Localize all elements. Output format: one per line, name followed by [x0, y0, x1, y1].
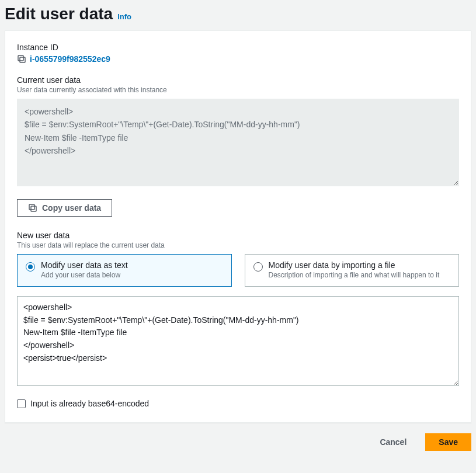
modify-by-file-option[interactable]: Modify user data by importing a file Des… — [245, 254, 460, 287]
instance-id-row: i-0655799f982552ec9 — [17, 54, 459, 64]
current-user-data-label: Current user data — [17, 75, 459, 85]
copy-icon[interactable] — [17, 54, 26, 64]
cancel-button[interactable]: Cancel — [369, 433, 417, 451]
svg-rect-1 — [20, 57, 25, 62]
new-user-data-label: New user data — [17, 231, 459, 240]
user-data-mode-group: Modify user data as text Add your user d… — [17, 254, 459, 287]
svg-rect-0 — [18, 55, 23, 61]
instance-id-label: Instance ID — [17, 43, 459, 52]
page-title: Edit user data — [5, 5, 113, 23]
info-link[interactable]: Info — [117, 12, 131, 21]
current-user-data-desc: User data currently associated with this… — [17, 86, 459, 94]
base64-row: Input is already base64-encoded — [17, 399, 459, 408]
edit-user-data-card: Instance ID i-0655799f982552ec9 Current … — [5, 30, 471, 423]
modify-by-file-title: Modify user data by importing a file — [269, 260, 451, 270]
modify-as-text-title: Modify user data as text — [41, 260, 223, 270]
modify-by-file-desc: Description of importing a file and what… — [269, 271, 451, 279]
svg-rect-3 — [31, 206, 36, 211]
modify-as-text-option[interactable]: Modify user data as text Add your user d… — [17, 254, 232, 287]
current-user-data-textarea[interactable] — [17, 99, 459, 186]
base64-label: Input is already base64-encoded — [30, 399, 149, 408]
instance-id-link[interactable]: i-0655799f982552ec9 — [30, 54, 110, 64]
modify-as-text-desc: Add your user data below — [41, 271, 223, 279]
new-user-data-desc: This user data will replace the current … — [17, 241, 459, 249]
svg-rect-2 — [29, 204, 34, 210]
page-header: Edit user data Info — [5, 5, 471, 23]
copy-icon — [28, 203, 37, 213]
footer: Cancel Save — [0, 423, 476, 455]
save-button[interactable]: Save — [425, 433, 471, 451]
copy-user-data-label: Copy user data — [42, 203, 101, 213]
base64-checkbox[interactable] — [17, 399, 26, 408]
radio-icon — [26, 262, 35, 272]
copy-user-data-button[interactable]: Copy user data — [17, 199, 112, 217]
new-user-data-textarea[interactable] — [17, 296, 459, 386]
radio-icon — [253, 262, 263, 272]
